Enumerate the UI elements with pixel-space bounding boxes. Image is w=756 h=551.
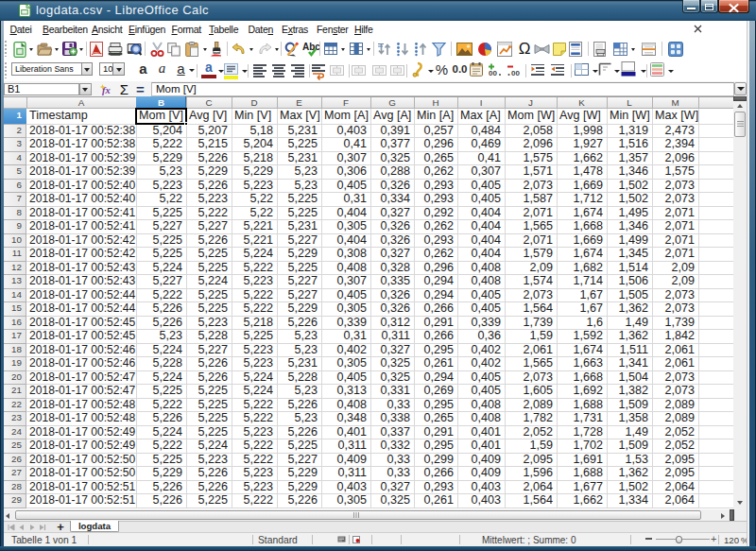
svg-text:00: 00 [511, 69, 520, 77]
svg-text:Abc: Abc [302, 42, 320, 52]
svg-text:00: 00 [489, 69, 497, 77]
svg-text:fx: fx [102, 84, 111, 95]
